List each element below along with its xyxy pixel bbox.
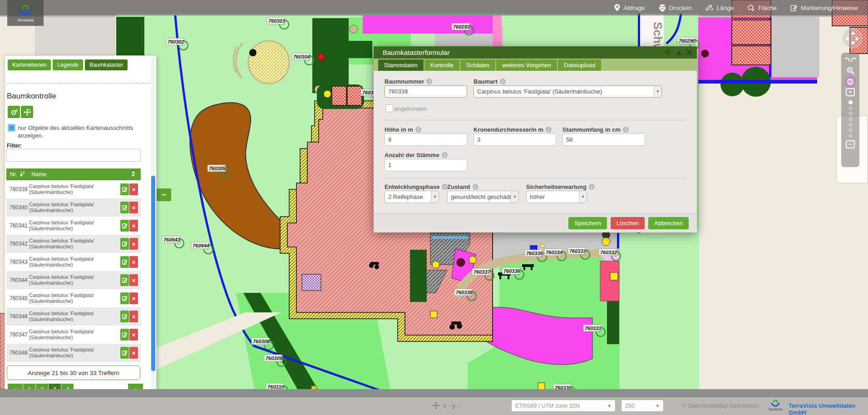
zoom-level-dot[interactable]	[849, 118, 852, 121]
delete-row-button[interactable]: ×	[129, 347, 138, 359]
table-row[interactable]: 760348Carpinus betulus 'Fastigiata' (Säu…	[6, 344, 141, 362]
delete-row-button[interactable]: ×	[129, 311, 138, 322]
query-button[interactable]: Abfrage	[614, 4, 645, 11]
delete-row-button[interactable]: ×	[129, 292, 138, 304]
pan-right-icon[interactable]	[856, 36, 859, 41]
cancel-button[interactable]: Abbrechen	[648, 217, 689, 229]
table-row[interactable]: 760339Carpinus betulus 'Fastigiata' (Säu…	[6, 180, 141, 198]
table-row[interactable]: 760343Carpinus betulus 'Fastigiata' (Säu…	[6, 253, 141, 271]
zoom-level-dot[interactable]	[849, 107, 852, 110]
anzahl-staemme-input[interactable]	[385, 159, 467, 171]
scale-select[interactable]: 250▼	[621, 400, 664, 412]
clear-selection-button[interactable]	[8, 106, 20, 118]
kronendurchmesser-input[interactable]	[473, 133, 556, 146]
delete-row-button[interactable]: ×	[129, 329, 138, 341]
dialog-tab-weiteres-vorgehen[interactable]: weiteres Vorgehen	[496, 59, 557, 71]
sort-numeric-icon[interactable]	[20, 171, 25, 178]
dialog-close-button[interactable]	[686, 49, 692, 55]
edit-row-button[interactable]	[120, 292, 129, 304]
edit-row-button[interactable]	[120, 329, 129, 341]
table-row[interactable]: 760347Carpinus betulus 'Fastigiata' (Säu…	[6, 326, 141, 344]
sicherheitserwartung-select[interactable]: höher ▼	[526, 191, 587, 203]
print-button[interactable]: Drucken	[659, 5, 692, 11]
undo-icon[interactable]	[843, 55, 850, 65]
edit-row-button[interactable]	[120, 238, 129, 250]
crs-select[interactable]: ETRS89 / UTM zone 32N▼	[511, 400, 616, 412]
table-row[interactable]: 760342Carpinus betulus 'Fastigiata' (Säu…	[6, 235, 141, 253]
info-icon[interactable]: i	[415, 127, 421, 133]
zoom-level-dot[interactable]	[849, 112, 852, 115]
dialog-tab-schäden[interactable]: Schäden	[460, 59, 495, 71]
scrollbar-thumb[interactable]	[151, 176, 155, 371]
baumnummer-input[interactable]	[385, 85, 467, 98]
zoom-slider-handle[interactable]	[848, 100, 853, 104]
edit-row-button[interactable]	[120, 274, 129, 286]
dialog-collapse-button[interactable]	[676, 50, 682, 55]
full-extent-button[interactable]	[845, 76, 856, 87]
delete-row-button[interactable]: ×	[129, 256, 138, 268]
table-row[interactable]: 760341Carpinus betulus 'Fastigiata' (Säu…	[6, 217, 141, 235]
pan-down-icon[interactable]	[851, 42, 855, 45]
column-name[interactable]: Name	[31, 171, 46, 178]
zoom-in-button[interactable]: +	[846, 88, 855, 96]
table-row[interactable]: 760340Carpinus betulus 'Fastigiata' (Säu…	[6, 198, 141, 217]
info-icon[interactable]: i	[589, 184, 595, 190]
baumart-select[interactable]: Carpinus betulus 'Fastigiata' (Säulenhai…	[473, 85, 662, 98]
info-icon[interactable]: i	[426, 79, 432, 84]
zustand-select[interactable]: gesund/leicht geschädigt ▼	[447, 191, 519, 203]
hoehe-input[interactable]	[385, 133, 467, 146]
edit-row-button[interactable]	[120, 347, 129, 359]
info-icon[interactable]: i	[546, 127, 552, 133]
table-row[interactable]: 760345Carpinus betulus 'Fastigiata' (Säu…	[6, 289, 141, 307]
delete-row-button[interactable]: ×	[129, 183, 138, 195]
stammumfang-input[interactable]	[562, 133, 645, 146]
measure-length-button[interactable]: Länge	[705, 5, 734, 11]
delete-row-button[interactable]: ×	[129, 274, 138, 286]
sort-toggle-icon[interactable]	[131, 171, 135, 178]
sidebar-tab-baumkataster[interactable]: Baumkataster	[85, 59, 128, 70]
info-icon[interactable]: i	[500, 79, 506, 84]
entwicklungsphase-select[interactable]: 2 Reifephase ▼	[385, 191, 439, 203]
column-nr[interactable]: Nr.	[6, 171, 17, 178]
pan-up-icon[interactable]	[851, 31, 855, 35]
edit-row-button[interactable]	[120, 311, 129, 322]
save-button[interactable]: Speichern	[568, 217, 607, 229]
info-icon[interactable]: i	[442, 152, 448, 158]
dialog-tab-dateiupload[interactable]: Dateiupload	[558, 59, 601, 71]
dialog-move-button[interactable]	[664, 49, 671, 56]
sidebar-collapse-button[interactable]: −	[157, 188, 171, 201]
edit-row-button[interactable]	[120, 220, 129, 232]
sidebar-tab-legende[interactable]: Legende	[53, 59, 83, 70]
annotation-button[interactable]: Markierung/Hinweise	[790, 5, 858, 11]
extent-filter-checkbox[interactable]	[8, 124, 15, 132]
redo-icon[interactable]	[850, 55, 858, 65]
table-row[interactable]: 760344Carpinus betulus 'Fastigiata' (Säu…	[6, 271, 141, 289]
zoom-level-dot[interactable]	[849, 134, 852, 137]
delete-row-button[interactable]: ×	[129, 238, 138, 250]
zoom-slider[interactable]	[848, 99, 853, 138]
info-icon[interactable]: i	[473, 184, 478, 190]
angebunden-checkbox[interactable]	[385, 104, 393, 112]
edit-row-button[interactable]	[120, 183, 129, 195]
dialog-tab-stammdaten[interactable]: Stammdaten	[378, 59, 424, 71]
edit-row-button[interactable]	[120, 202, 129, 213]
sidebar-scrollbar[interactable]	[151, 58, 155, 391]
delete-row-button[interactable]: ×	[129, 220, 138, 232]
company-link[interactable]: TerraVista Umweltdaten GmbH	[789, 402, 868, 415]
zoom-box-icon[interactable]	[844, 65, 856, 75]
edit-row-button[interactable]	[120, 256, 129, 268]
pan-left-icon[interactable]	[845, 36, 848, 41]
info-icon[interactable]: i	[623, 127, 629, 133]
pan-to-selection-button[interactable]	[21, 106, 33, 118]
measure-area-button[interactable]: Fläche	[747, 5, 777, 11]
zoom-level-dot[interactable]	[849, 123, 852, 126]
delete-row-button[interactable]: ×	[129, 202, 138, 213]
dialog-titlebar[interactable]: Baumkatasterformular	[374, 46, 697, 59]
table-row[interactable]: 760346Carpinus betulus 'Fastigiata' (Säu…	[6, 307, 141, 326]
filter-input[interactable]	[6, 149, 141, 162]
sidebar-tab-kartenebenen[interactable]: Kartenebenen	[8, 59, 51, 70]
zoom-out-button[interactable]: −	[846, 140, 855, 148]
map-pan-control[interactable]	[842, 28, 862, 48]
dialog-tab-kontrolle[interactable]: Kontrolle	[424, 59, 459, 71]
zoom-level-dot[interactable]	[849, 128, 852, 132]
